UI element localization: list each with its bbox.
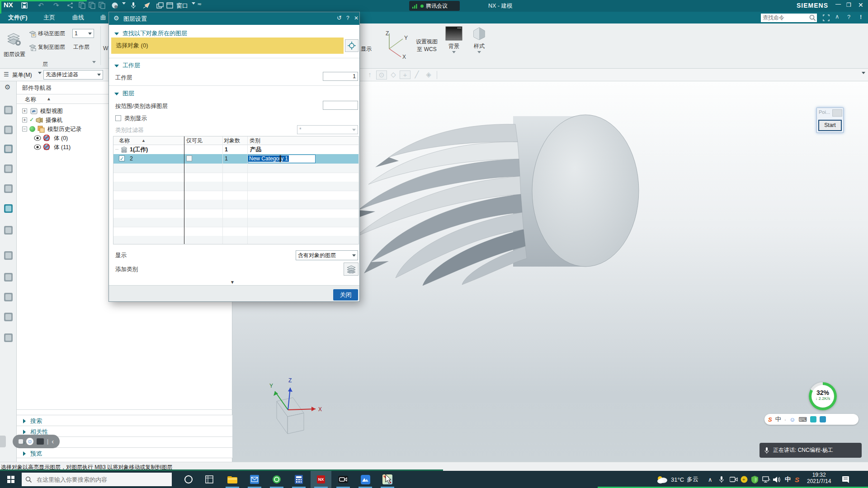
- tray-volume-button[interactable]: [773, 471, 781, 488]
- meeting-camera-button[interactable]: [333, 471, 354, 488]
- tab-curve[interactable]: 曲线: [72, 12, 84, 23]
- constraint-navigator-icon[interactable]: [4, 126, 13, 134]
- meeting-app-button[interactable]: [355, 471, 376, 488]
- window-menu[interactable]: 窗口: [176, 2, 188, 10]
- find-objects-section-header[interactable]: 查找以下对象所在的图层: [114, 29, 187, 38]
- keyboard-icon[interactable]: ⌨: [798, 416, 807, 423]
- overlay-panel-icon[interactable]: [37, 438, 44, 445]
- select-objects-button[interactable]: [345, 39, 359, 52]
- window-new-icon[interactable]: [166, 2, 174, 11]
- snap-face-icon[interactable]: ◈: [423, 70, 434, 79]
- minimize-ribbon-icon[interactable]: ∧: [835, 13, 840, 20]
- ime-skin-icon[interactable]: [810, 416, 816, 422]
- paste-icon[interactable]: [89, 2, 95, 11]
- visible-only-checkbox[interactable]: [186, 155, 192, 161]
- ime-toolbox-icon[interactable]: [820, 416, 826, 422]
- part-navigator-icon[interactable]: [4, 145, 13, 153]
- refresh-display-partial-label[interactable]: 显示: [361, 45, 376, 53]
- work-layer-section-header[interactable]: 工作层: [114, 61, 140, 70]
- tray-network-button[interactable]: [762, 471, 770, 488]
- tray-camera-button[interactable]: [730, 471, 738, 488]
- help-icon[interactable]: ?: [847, 14, 850, 20]
- dialog-close-icon[interactable]: ✕: [354, 15, 359, 21]
- dialog-reset-icon[interactable]: ↺: [337, 14, 342, 21]
- history-icon[interactable]: [4, 251, 13, 260]
- tray-sogou-button[interactable]: S: [795, 471, 799, 488]
- green-app-button[interactable]: [266, 471, 287, 488]
- redo-icon[interactable]: ↷: [53, 1, 59, 9]
- dialog-collapse-arrow[interactable]: ▼: [230, 280, 235, 285]
- process-studio-icon[interactable]: [4, 273, 13, 282]
- layer-row-1[interactable]: ┈ 1(工作) 1 产品: [113, 145, 359, 154]
- sphere-tool-icon[interactable]: [111, 2, 119, 11]
- layers-section-header[interactable]: 图层: [114, 89, 134, 98]
- roles-icon[interactable]: [4, 313, 13, 321]
- eye-icon[interactable]: [34, 144, 41, 150]
- category-display-checkbox[interactable]: [115, 115, 121, 121]
- ime-toolbar[interactable]: S 中 · ☺ ⌨: [764, 414, 859, 425]
- menu-button[interactable]: 菜单(M): [12, 71, 32, 79]
- dialog-title-bar[interactable]: ⚙ 图层设置 ↺ ? ✕: [109, 12, 359, 25]
- work-layer-combo[interactable]: 1: [72, 29, 94, 38]
- tab-home[interactable]: 主页: [43, 12, 55, 23]
- web-browser-icon[interactable]: [4, 226, 13, 235]
- emoji-icon[interactable]: ☺: [789, 416, 795, 423]
- col-category[interactable]: 类别: [250, 136, 260, 145]
- snap-intersection-icon[interactable]: +: [400, 70, 410, 79]
- assembly-navigator-icon[interactable]: [4, 106, 13, 114]
- find-command-input[interactable]: [761, 14, 817, 22]
- notification-button[interactable]: [842, 471, 850, 488]
- taskbar-search-input[interactable]: [36, 476, 162, 483]
- task-view-button[interactable]: [199, 471, 220, 488]
- more-commands-icon[interactable]: !: [860, 14, 862, 20]
- overlay-collapse-icon[interactable]: ‹: [52, 438, 54, 445]
- dialog-help-icon[interactable]: ?: [346, 15, 349, 21]
- panel-preview[interactable]: 预览: [17, 447, 232, 458]
- sogou-logo-icon[interactable]: S: [768, 416, 772, 423]
- layer-row-2[interactable]: ✓ 2 1 New Category 1: [113, 154, 359, 164]
- poi-floating-window[interactable]: Poi... Start: [816, 108, 844, 133]
- move-to-layer-button[interactable]: 移动至图层: [29, 30, 65, 38]
- check-icon[interactable]: ✓: [29, 116, 34, 123]
- category-filter-combo[interactable]: *: [297, 125, 358, 134]
- nx-taskbar-button[interactable]: NX: [311, 471, 331, 488]
- snap-line-icon[interactable]: ╱: [411, 70, 422, 79]
- snap-center-icon[interactable]: ⊙: [376, 70, 387, 80]
- save-icon[interactable]: [21, 2, 28, 11]
- add-category-button[interactable]: [344, 263, 359, 276]
- window-close-button[interactable]: ✕: [858, 1, 863, 9]
- tray-chevron-button[interactable]: ∧: [708, 471, 712, 488]
- restore-button[interactable]: ❐: [846, 2, 851, 8]
- select-objects-field[interactable]: 选择对象 (0): [111, 38, 344, 54]
- eye-icon[interactable]: [34, 135, 41, 141]
- tab-surface[interactable]: 曲面: [100, 12, 108, 23]
- minimize-button[interactable]: —: [835, 1, 841, 7]
- file-explorer-button[interactable]: [222, 471, 243, 488]
- close-button[interactable]: 关闭: [333, 289, 358, 300]
- col-name[interactable]: 名称: [119, 136, 130, 145]
- layer-settings-button[interactable]: 图层设置: [3, 26, 26, 65]
- ime-mode-icon[interactable]: 中: [775, 415, 781, 423]
- meeting-floating-toolbar[interactable]: ☺ | ‹: [13, 435, 60, 448]
- meeting-status-pill[interactable]: 腾讯会议: [409, 1, 460, 11]
- window-cascade-icon[interactable]: [156, 2, 164, 11]
- undo-icon[interactable]: ↶: [38, 1, 44, 9]
- expand-icon[interactable]: +: [22, 117, 27, 122]
- tray-coin-button[interactable]: +: [741, 471, 748, 488]
- reuse-library-icon[interactable]: [4, 164, 13, 173]
- mail-button[interactable]: [244, 471, 265, 488]
- layers-table-header[interactable]: 名称 ▲ 仅可见 对象数 类别: [113, 136, 359, 145]
- panel-search[interactable]: 搜索: [17, 415, 232, 426]
- find-command-box[interactable]: [761, 13, 817, 22]
- rendering-style-button[interactable]: 样式: [467, 26, 491, 53]
- range-input[interactable]: [323, 101, 358, 110]
- tray-mic-button[interactable]: [719, 471, 724, 488]
- dart-icon[interactable]: [143, 2, 150, 10]
- hd3d-tools-icon[interactable]: [4, 184, 13, 193]
- snap-point-icon[interactable]: ↑: [364, 70, 375, 78]
- tray-ime-button[interactable]: 中: [785, 471, 791, 488]
- background-button[interactable]: 背景: [442, 26, 466, 53]
- copy-to-layer-button[interactable]: 复制至图层: [29, 43, 65, 51]
- calculator-button[interactable]: [288, 471, 309, 488]
- category-edit-field[interactable]: New Category 1: [248, 155, 316, 163]
